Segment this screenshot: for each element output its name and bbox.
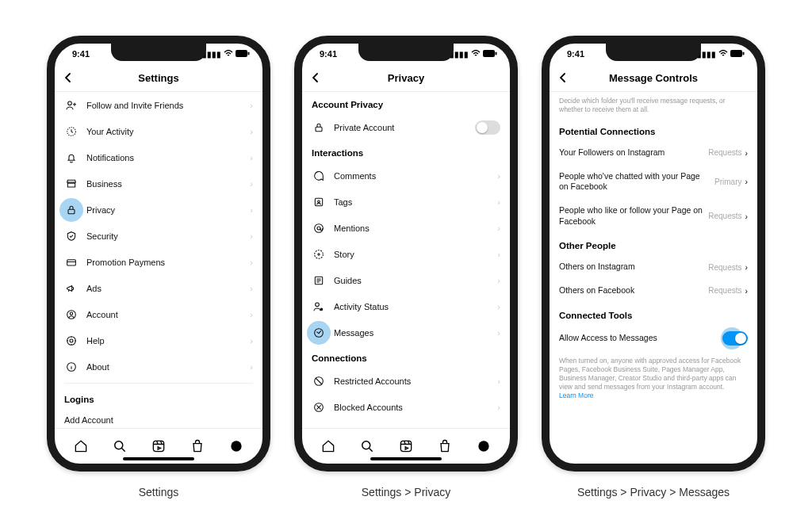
chevron-right-icon: › bbox=[250, 258, 253, 267]
row-your-activity[interactable]: Your Activity › bbox=[55, 118, 262, 144]
row-label: Follow and Invite Friends bbox=[86, 101, 250, 110]
row-others-facebook[interactable]: Others on Facebook Requests › bbox=[550, 279, 757, 303]
row-allow-access[interactable]: Allow Access to Messages bbox=[550, 325, 757, 352]
store-icon bbox=[64, 177, 79, 191]
chevron-right-icon: › bbox=[250, 231, 253, 241]
row-label: Security bbox=[86, 231, 250, 241]
wifi-icon bbox=[718, 49, 728, 59]
mention-icon bbox=[312, 221, 326, 235]
caption-3: Settings > Privacy > Messages bbox=[542, 486, 765, 498]
chevron-right-icon: › bbox=[250, 336, 253, 346]
chevron-right-icon: › bbox=[497, 403, 500, 412]
row-ads[interactable]: Ads › bbox=[55, 275, 262, 301]
row-value: Requests bbox=[708, 212, 741, 220]
row-label: About bbox=[86, 362, 250, 372]
tab-home[interactable] bbox=[73, 438, 89, 454]
section-connected-tools: Connected Tools bbox=[550, 303, 757, 325]
chevron-right-icon: › bbox=[250, 310, 253, 319]
status-icons: ▮▮▮▮ bbox=[202, 49, 250, 59]
row-notifications[interactable]: Notifications › bbox=[55, 144, 262, 170]
tab-shop[interactable] bbox=[190, 438, 205, 454]
row-label: Private Account bbox=[334, 123, 475, 132]
chevron-right-icon: › bbox=[497, 302, 500, 311]
chevron-right-icon: › bbox=[497, 250, 500, 259]
tab-shop[interactable] bbox=[437, 438, 453, 454]
row-mentions[interactable]: Mentions › bbox=[302, 215, 510, 241]
add-account-link[interactable]: Add Account bbox=[55, 409, 262, 428]
row-blocked[interactable]: Blocked Accounts › bbox=[302, 394, 510, 420]
svg-rect-31 bbox=[730, 50, 742, 57]
row-label: Promotion Paymens bbox=[86, 258, 250, 267]
row-private-account[interactable]: Private Account bbox=[302, 114, 510, 140]
tags-icon bbox=[312, 195, 326, 209]
row-like-follow-page-fb[interactable]: People who like or follow your Page on F… bbox=[550, 199, 757, 233]
row-followers-instagram[interactable]: Your Followers on Instagram Requests › bbox=[550, 141, 757, 165]
chevron-right-icon: › bbox=[250, 153, 253, 162]
svg-rect-12 bbox=[153, 441, 163, 451]
back-button[interactable] bbox=[63, 70, 74, 86]
svg-point-28 bbox=[362, 441, 370, 449]
tab-search[interactable] bbox=[359, 438, 375, 454]
divider bbox=[64, 383, 253, 384]
row-account[interactable]: Account › bbox=[55, 301, 262, 327]
row-security[interactable]: Security › bbox=[55, 223, 262, 249]
settings-list: Follow and Invite Friends › Your Activit… bbox=[55, 92, 262, 428]
row-label: Business bbox=[86, 179, 250, 189]
blocked-icon bbox=[312, 400, 326, 414]
row-comments[interactable]: Comments › bbox=[302, 162, 510, 189]
row-label: Allow Access to Messages bbox=[559, 333, 722, 344]
row-follow-invite[interactable]: Follow and Invite Friends › bbox=[55, 92, 262, 118]
status-time: 9:41 bbox=[567, 49, 607, 59]
row-about[interactable]: About › bbox=[55, 353, 262, 380]
svg-rect-0 bbox=[236, 50, 247, 57]
footer-text: When turned on, anyone with approved acc… bbox=[559, 357, 741, 391]
back-button[interactable] bbox=[310, 70, 321, 86]
row-help[interactable]: Help › bbox=[55, 327, 262, 353]
row-tags[interactable]: Tags › bbox=[302, 189, 510, 215]
row-label: Help bbox=[86, 336, 250, 346]
chevron-right-icon: › bbox=[745, 177, 749, 186]
svg-point-11 bbox=[115, 441, 123, 449]
back-button[interactable] bbox=[557, 70, 569, 86]
notch bbox=[111, 44, 206, 61]
row-activity-status[interactable]: Activity Status › bbox=[302, 293, 510, 319]
battery-icon bbox=[236, 50, 250, 59]
chevron-right-icon: › bbox=[745, 148, 749, 158]
chevron-right-icon: › bbox=[250, 101, 253, 110]
chevron-right-icon: › bbox=[497, 276, 500, 285]
account-icon bbox=[64, 307, 79, 322]
learn-more-link[interactable]: Learn More bbox=[559, 391, 748, 400]
tab-reels[interactable] bbox=[398, 438, 414, 454]
row-business[interactable]: Business › bbox=[55, 170, 262, 197]
row-story[interactable]: Story › bbox=[302, 241, 510, 267]
tab-home[interactable] bbox=[320, 438, 336, 454]
message-controls-list: Decide which folder you'll receive messa… bbox=[550, 92, 757, 464]
svg-point-9 bbox=[70, 339, 73, 342]
svg-point-13 bbox=[232, 441, 242, 451]
privacy-list: Account Privacy Private Account Interact… bbox=[302, 92, 510, 428]
tab-reels[interactable] bbox=[151, 438, 167, 454]
allow-access-toggle[interactable] bbox=[722, 331, 748, 346]
row-messages[interactable]: Messages › bbox=[302, 319, 510, 346]
tab-profile[interactable] bbox=[476, 438, 492, 454]
clock-icon bbox=[64, 124, 79, 139]
tab-search[interactable] bbox=[112, 438, 128, 454]
row-chatted-page-fb[interactable]: People who've chatted with your Page on … bbox=[550, 165, 757, 199]
status-icons: ▮▮▮▮ bbox=[450, 49, 497, 59]
chevron-right-icon: › bbox=[250, 284, 253, 293]
row-restricted[interactable]: Restricted Accounts › bbox=[302, 368, 510, 394]
row-guides[interactable]: Guides › bbox=[302, 267, 510, 293]
row-others-instagram[interactable]: Others on Instagram Requests › bbox=[550, 255, 757, 279]
battery-icon bbox=[483, 50, 497, 59]
battery-icon bbox=[730, 50, 745, 59]
section-interactions: Interactions bbox=[302, 140, 510, 162]
row-promotion-payments[interactable]: Promotion Paymens › bbox=[55, 249, 262, 275]
tab-profile[interactable] bbox=[228, 438, 244, 454]
row-label: Tags bbox=[334, 197, 497, 207]
status-time: 9:41 bbox=[320, 49, 359, 59]
svg-point-18 bbox=[318, 200, 320, 203]
private-account-toggle[interactable] bbox=[475, 120, 500, 135]
row-label: Restricted Accounts bbox=[334, 376, 497, 386]
row-label: Mentions bbox=[334, 223, 497, 233]
row-privacy[interactable]: Privacy › bbox=[55, 197, 262, 223]
